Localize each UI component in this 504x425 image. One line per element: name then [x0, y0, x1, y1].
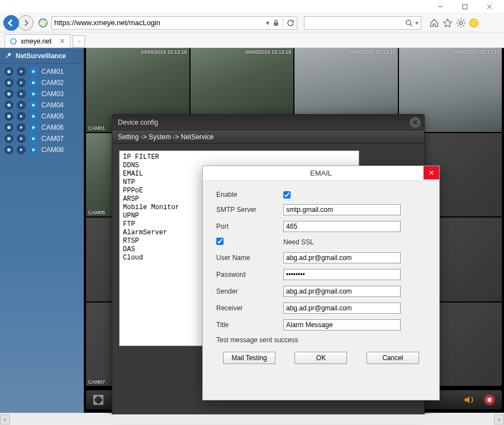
wrench-icon	[4, 52, 12, 60]
nav-back-button[interactable]	[3, 15, 19, 31]
record-icon[interactable]	[4, 112, 13, 121]
sidebar-title: NetSurveillance	[16, 52, 66, 60]
browser-toolbar: ▾ ▾	[0, 13, 504, 32]
extra-stream-icon[interactable]	[29, 78, 38, 87]
settings-icon[interactable]	[456, 18, 466, 28]
play-icon[interactable]	[17, 101, 26, 110]
camera-label: CAM04	[41, 101, 64, 109]
refresh-icon[interactable]	[287, 19, 294, 27]
mail-testing-button[interactable]: Mail Testing	[223, 352, 275, 364]
new-tab-button[interactable]: ▫	[73, 35, 85, 48]
nav-forward-button[interactable]	[18, 15, 34, 31]
email-dialog-close[interactable]: ✕	[424, 166, 439, 180]
play-icon[interactable]	[17, 112, 26, 121]
extra-stream-icon[interactable]	[29, 101, 38, 110]
search-input[interactable]	[307, 18, 405, 27]
extra-stream-icon[interactable]	[29, 123, 38, 132]
email-title-text: EMAIL	[310, 169, 332, 177]
user-input[interactable]	[283, 252, 401, 263]
volume-icon[interactable]	[463, 393, 476, 407]
play-icon[interactable]	[17, 134, 26, 143]
lock-icon	[273, 20, 279, 26]
ok-button[interactable]: OK	[294, 352, 347, 364]
svg-line-17	[463, 20, 464, 21]
address-input[interactable]	[54, 18, 266, 27]
svg-rect-1	[463, 4, 467, 9]
search-dropdown-icon[interactable]: ▾	[415, 19, 419, 27]
pass-label: Password	[216, 271, 283, 278]
device-config-close[interactable]: ✕	[410, 117, 421, 128]
record-icon[interactable]	[4, 123, 13, 132]
camera-row[interactable]: CAM01	[0, 66, 84, 77]
close-all-icon[interactable]	[483, 393, 496, 407]
receiver-input[interactable]	[283, 303, 401, 314]
record-icon[interactable]	[4, 78, 13, 87]
tab-strip: xmeye.net ✕ ▫	[0, 32, 504, 48]
camera-label: CAM01	[41, 68, 64, 75]
tab-title: xmeye.net	[21, 37, 51, 45]
camera-row[interactable]: CAM05	[0, 111, 84, 122]
extra-stream-icon[interactable]	[29, 67, 38, 76]
camera-row[interactable]: CAM06	[0, 122, 84, 133]
search-icon[interactable]	[405, 19, 413, 27]
cancel-button[interactable]: Cancel	[367, 352, 419, 364]
ie-tab-icon	[9, 37, 17, 45]
play-icon[interactable]	[17, 78, 26, 87]
tab-xmeye[interactable]: xmeye.net ✕	[4, 34, 70, 48]
scroll-right-button[interactable]: ›	[494, 414, 504, 424]
record-icon[interactable]	[4, 101, 13, 110]
camera-label: CAM06	[41, 124, 64, 131]
extra-stream-icon[interactable]	[29, 134, 38, 143]
horizontal-scrollbar[interactable]: ‹ ›	[0, 413, 504, 425]
search-bar[interactable]: ▾	[304, 16, 421, 30]
camera-row[interactable]: CAM07	[0, 133, 84, 144]
enable-checkbox[interactable]	[283, 191, 291, 199]
svg-line-15	[463, 25, 464, 26]
extra-stream-icon[interactable]	[29, 89, 38, 98]
svg-point-19	[7, 70, 11, 73]
svg-marker-27	[32, 92, 35, 96]
sender-input[interactable]	[283, 286, 401, 297]
ssl-checkbox[interactable]	[216, 238, 224, 245]
feedback-icon[interactable]	[469, 18, 478, 27]
scroll-left-button[interactable]: ‹	[0, 414, 10, 424]
svg-marker-29	[20, 103, 23, 107]
svg-marker-30	[32, 103, 35, 107]
subject-input[interactable]	[283, 319, 401, 330]
camera-row[interactable]: CAM04	[0, 100, 84, 111]
extra-stream-icon[interactable]	[29, 145, 38, 154]
user-label: User Name	[216, 254, 283, 262]
favorites-icon[interactable]	[443, 18, 453, 28]
address-bar[interactable]: ▾	[51, 16, 297, 30]
camera-row[interactable]: CAM08	[0, 144, 84, 155]
play-icon[interactable]	[17, 123, 26, 132]
dropdown-icon[interactable]: ▾	[266, 19, 269, 27]
play-icon[interactable]	[17, 67, 26, 76]
tab-close-icon[interactable]: ✕	[59, 37, 65, 45]
record-icon[interactable]	[4, 67, 13, 76]
pass-input[interactable]	[283, 269, 401, 280]
window-minimize[interactable]	[428, 1, 453, 13]
scroll-track[interactable]	[11, 414, 493, 424]
camera-row[interactable]: CAM03	[0, 88, 84, 100]
fullscreen-button[interactable]	[92, 393, 105, 407]
port-input[interactable]	[283, 221, 401, 232]
ssl-label: Need SSL	[283, 238, 314, 246]
svg-point-37	[7, 137, 11, 140]
extra-stream-icon[interactable]	[29, 112, 38, 121]
home-icon[interactable]	[429, 18, 439, 28]
play-icon[interactable]	[17, 145, 26, 154]
window-maximize[interactable]	[453, 1, 477, 13]
svg-marker-26	[20, 92, 23, 96]
window-close[interactable]	[477, 1, 502, 13]
play-icon[interactable]	[17, 89, 26, 98]
record-icon[interactable]	[4, 145, 13, 154]
record-icon[interactable]	[4, 89, 13, 98]
camera-sidebar: NetSurveillance CAM01CAM02CAM03CAM04CAM0…	[0, 48, 84, 413]
camera-row[interactable]: CAM02	[0, 77, 84, 88]
smtp-input[interactable]	[283, 204, 401, 215]
svg-marker-33	[32, 115, 35, 118]
record-icon[interactable]	[4, 134, 13, 143]
camera-label: CAM08	[41, 146, 64, 154]
svg-point-28	[7, 103, 11, 107]
